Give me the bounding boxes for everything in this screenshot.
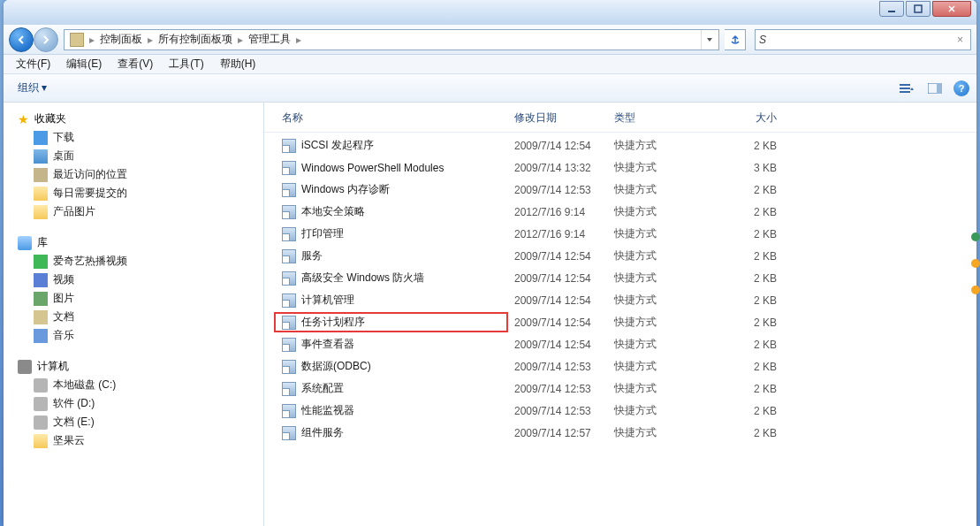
file-row[interactable]: 数据源(ODBC)2009/7/14 12:53快捷方式2 KB: [264, 355, 976, 377]
sidebar-item-folder[interactable]: 每日需要提交的: [19, 184, 263, 202]
file-date-cell: 2009/7/14 12:57: [507, 425, 607, 441]
file-type-cell: 快捷方式: [607, 313, 713, 332]
indicator-dot[interactable]: [971, 233, 980, 241]
sidebar-item-iqiyi[interactable]: 爱奇艺热播视频: [19, 252, 263, 271]
star-icon: ★: [18, 112, 29, 126]
file-row[interactable]: 组件服务2009/7/14 12:57快捷方式2 KB: [264, 422, 976, 444]
file-name-cell: iSCSI 发起程序: [275, 136, 507, 155]
breadcrumb-segment[interactable]: 管理工具: [245, 30, 294, 50]
file-row[interactable]: 高级安全 Windows 防火墙2009/7/14 12:54快捷方式2 KB: [264, 267, 976, 289]
breadcrumb-segment[interactable]: 所有控制面板项: [155, 30, 236, 50]
address-bar[interactable]: ▸ 控制面板 ▸ 所有控制面板项 ▸ 管理工具 ▸: [64, 29, 719, 50]
file-row[interactable]: 任务计划程序2009/7/14 12:54快捷方式2 KB: [264, 311, 976, 333]
search-input[interactable]: [759, 34, 953, 46]
address-dropdown-button[interactable]: [701, 30, 717, 50]
disk-icon: [34, 378, 48, 393]
file-row[interactable]: iSCSI 发起程序2009/7/14 12:54快捷方式2 KB: [264, 134, 976, 156]
shortcut-icon: [282, 227, 296, 241]
file-name-cell: 任务计划程序: [275, 313, 507, 332]
indicator-dot[interactable]: [971, 286, 980, 294]
help-button[interactable]: ?: [953, 80, 969, 96]
file-type-cell: 快捷方式: [607, 291, 713, 309]
sidebar-item-videos[interactable]: 视频: [19, 271, 263, 289]
menu-view[interactable]: 查看(V): [110, 55, 160, 73]
file-date-cell: 2009/7/14 12:54: [507, 293, 607, 309]
menu-edit[interactable]: 编辑(E): [59, 55, 109, 73]
file-row[interactable]: Windows 内存诊断2009/7/14 12:53快捷方式2 KB: [264, 179, 976, 201]
file-row[interactable]: 性能监视器2009/7/14 12:53快捷方式2 KB: [264, 400, 976, 422]
organize-button[interactable]: 组织 ▾: [11, 78, 54, 98]
file-row[interactable]: 打印管理2012/7/16 9:14快捷方式2 KB: [264, 223, 976, 245]
column-header-date[interactable]: 修改日期: [507, 108, 607, 128]
file-row[interactable]: 系统配置2009/7/14 12:53快捷方式2 KB: [264, 377, 976, 400]
file-size-cell: 2 KB: [713, 248, 784, 264]
file-name-cell: 事件查看器: [275, 335, 507, 354]
svg-rect-2: [900, 84, 910, 86]
forward-button[interactable]: [34, 27, 58, 52]
sidebar-item-recent[interactable]: 最近访问的位置: [19, 165, 263, 184]
explorer-window: ▸ 控制面板 ▸ 所有控制面板项 ▸ 管理工具 ▸ × 文件(F) 编辑(E) …: [4, 0, 976, 526]
file-type-cell: 快捷方式: [607, 269, 713, 287]
file-name-cell: 打印管理: [275, 225, 507, 243]
file-size-cell: 2 KB: [713, 138, 784, 154]
sidebar-item-disk-d[interactable]: 软件 (D:): [19, 394, 263, 413]
computer-header[interactable]: 计算机: [4, 357, 263, 376]
clear-search-button[interactable]: ×: [953, 34, 967, 46]
view-mode-button[interactable]: [897, 79, 916, 98]
sidebar-item-disk-e[interactable]: 文档 (E:): [19, 413, 263, 431]
image-icon: [34, 292, 48, 306]
file-size-cell: 2 KB: [713, 359, 784, 375]
file-size-cell: 2 KB: [713, 182, 784, 198]
breadcrumb-segment[interactable]: 控制面板: [96, 30, 146, 50]
file-row[interactable]: 服务2009/7/14 12:54快捷方式2 KB: [264, 245, 976, 267]
sidebar-item-folder[interactable]: 产品图片: [19, 202, 263, 221]
sidebar-item-documents[interactable]: 文档: [19, 308, 263, 326]
file-size-cell: 2 KB: [713, 425, 784, 441]
sidebar-item-nutstore[interactable]: 坚果云: [19, 431, 263, 450]
file-name-cell: 性能监视器: [275, 401, 507, 420]
column-header-size[interactable]: 大小: [713, 108, 784, 128]
shortcut-icon: [282, 382, 296, 396]
file-row[interactable]: Windows PowerShell Modules2009/7/14 13:3…: [264, 156, 976, 179]
menu-file[interactable]: 文件(F): [9, 55, 57, 73]
minimize-button[interactable]: [879, 1, 904, 17]
maximize-button[interactable]: [906, 1, 931, 17]
column-header-type[interactable]: 类型: [607, 108, 713, 128]
favorites-group: ★ 收藏夹 下载 桌面 最近访问的位置 每日需要提交的 产品图片: [4, 110, 263, 221]
column-header-name[interactable]: 名称: [275, 108, 507, 128]
toolbar: 组织 ▾ ?: [4, 74, 976, 103]
carousel-indicators: [971, 233, 980, 294]
file-type-cell: 快捷方式: [607, 202, 713, 221]
search-box[interactable]: ×: [755, 29, 971, 50]
shortcut-icon: [282, 316, 296, 330]
file-size-cell: 2 KB: [713, 204, 784, 220]
close-button[interactable]: [932, 1, 971, 17]
file-name-cell: 计算机管理: [275, 291, 507, 309]
breadcrumb: ▸ 控制面板 ▸ 所有控制面板项 ▸ 管理工具 ▸: [87, 30, 701, 50]
file-name-cell: 数据源(ODBC): [275, 357, 507, 376]
preview-pane-button[interactable]: [925, 79, 945, 98]
sidebar-item-downloads[interactable]: 下载: [19, 128, 263, 147]
indicator-dot[interactable]: [971, 259, 980, 268]
libraries-header[interactable]: 库: [4, 233, 263, 252]
sidebar-item-pictures[interactable]: 图片: [19, 289, 263, 308]
menu-help[interactable]: 帮助(H): [213, 55, 263, 73]
file-row[interactable]: 计算机管理2009/7/14 12:54快捷方式2 KB: [264, 289, 976, 311]
svg-rect-6: [937, 83, 942, 94]
file-row[interactable]: 事件查看器2009/7/14 12:54快捷方式2 KB: [264, 333, 976, 355]
library-icon: [18, 236, 32, 250]
file-name-cell: 本地安全策略: [275, 202, 507, 221]
sidebar-item-disk-c[interactable]: 本地磁盘 (C:): [19, 376, 263, 394]
refresh-button[interactable]: [725, 29, 746, 50]
sidebar-item-desktop[interactable]: 桌面: [19, 147, 263, 165]
file-row[interactable]: 本地安全策略2012/7/16 9:14快捷方式2 KB: [264, 201, 976, 223]
back-button[interactable]: [9, 27, 34, 52]
favorites-header[interactable]: ★ 收藏夹: [4, 110, 263, 128]
file-type-cell: 快捷方式: [607, 401, 713, 420]
sidebar-item-music[interactable]: 音乐: [19, 326, 263, 345]
file-date-cell: 2009/7/14 13:32: [507, 160, 607, 176]
shortcut-icon: [282, 271, 296, 286]
menu-tools[interactable]: 工具(T): [162, 55, 210, 73]
disk-icon: [34, 397, 48, 411]
libraries-label: 库: [37, 235, 48, 250]
